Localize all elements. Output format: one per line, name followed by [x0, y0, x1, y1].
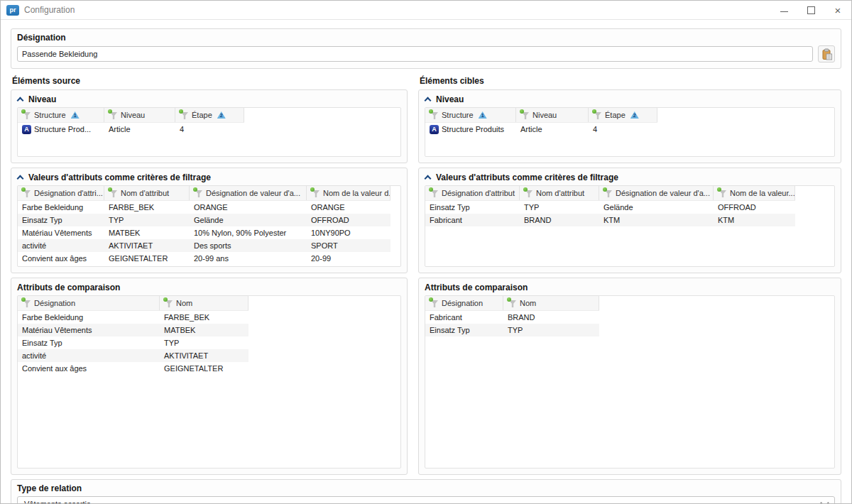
column-header[interactable]: Étape2	[589, 108, 657, 122]
filter-icon[interactable]	[180, 111, 189, 119]
filter-icon[interactable]	[109, 111, 118, 119]
filter-icon[interactable]	[109, 189, 118, 197]
table-cell: Einsatz Typ	[425, 324, 503, 336]
filter-icon[interactable]	[430, 189, 439, 197]
column-label: Désignation d'attri...	[34, 189, 103, 197]
filter-icon[interactable]	[22, 299, 31, 307]
table-row[interactable]: Farbe BekleidungFARBE_BEKORANGEORANGE	[18, 201, 390, 214]
column-header[interactable]: Structure1	[18, 108, 104, 122]
sort-ascending-icon: 1	[479, 111, 487, 119]
column-header[interactable]: Niveau	[104, 108, 175, 122]
column-label: Désignation	[34, 299, 75, 307]
table-row[interactable]: Einsatz TypTYPGeländeOFFROAD	[18, 214, 390, 226]
column-header[interactable]: Nom	[160, 296, 248, 310]
column-header[interactable]: Niveau	[516, 108, 589, 122]
collapse-icon	[425, 174, 432, 180]
column-label: Structure	[34, 111, 66, 119]
source-filter-table: Désignation d'attri...Nom d'attributDési…	[17, 185, 401, 267]
filter-icon[interactable]	[430, 299, 439, 307]
column-label: Désignation de valeur d'a...	[206, 189, 300, 197]
column-header[interactable]: Nom de la valeur...	[714, 186, 795, 200]
filter-icon[interactable]	[520, 111, 530, 119]
column-header[interactable]: Désignation de valeur d'a...	[599, 186, 714, 200]
window-controls: ×	[770, 1, 851, 19]
source-niveau-header[interactable]: Niveau	[11, 90, 407, 107]
close-icon: ×	[835, 5, 841, 16]
table-row[interactable]: AStructure ProduitsArticle4	[425, 123, 657, 136]
table-row[interactable]: activitéAKTIVITAET	[18, 349, 248, 362]
filter-icon[interactable]	[718, 189, 727, 197]
filter-icon[interactable]	[604, 189, 613, 197]
target-filter-header[interactable]: Valeurs d'attributs comme critères de fi…	[419, 168, 841, 185]
column-label: Nom	[176, 299, 192, 307]
column-header[interactable]: Désignation d'attribut	[425, 186, 520, 200]
column-label: Niveau	[121, 111, 145, 119]
filter-icon[interactable]	[22, 189, 31, 197]
filter-icon[interactable]	[311, 189, 320, 197]
table-cell: KTM	[714, 214, 795, 226]
target-niveau-header[interactable]: Niveau	[419, 90, 841, 107]
table-row[interactable]: Convient aux âgesGEIGNETALTER20-99 ans20…	[18, 252, 390, 265]
column-header[interactable]: Nom d'attribut	[104, 186, 190, 200]
filter-icon[interactable]	[524, 189, 533, 197]
table-row[interactable]: FabricantBRAND	[425, 311, 599, 324]
filter-icon[interactable]	[194, 189, 203, 197]
collapse-icon	[17, 96, 24, 102]
table-row[interactable]: FabricantBRANDKTMKTM	[425, 214, 795, 226]
table-header-row: DésignationNom	[18, 296, 248, 311]
table-cell: Article	[516, 123, 589, 136]
table-cell: activité	[18, 349, 160, 362]
table-row[interactable]: Farbe BekleidungFARBE_BEK	[18, 311, 248, 324]
column-header[interactable]: Nom	[503, 296, 599, 310]
close-button[interactable]: ×	[824, 1, 851, 19]
source-filter-header[interactable]: Valeurs d'attributs comme critères de fi…	[11, 168, 407, 185]
table-cell: MATBEK	[104, 226, 190, 239]
relation-value: Vêtements assortis	[24, 500, 91, 504]
table-row[interactable]: Convient aux âgesGEIGNETALTER	[18, 362, 248, 375]
table-cell: Fabricant	[425, 214, 520, 226]
table-row[interactable]: activitéAKTIVITAETDes sportsSPORT	[18, 239, 390, 252]
maximize-button[interactable]	[797, 1, 824, 19]
column-header[interactable]: Nom d'attribut	[520, 186, 599, 200]
filter-icon[interactable]	[430, 111, 439, 119]
table-row[interactable]: Einsatz TypTYPGeländeOFFROAD	[425, 201, 795, 214]
table-row[interactable]: AStructure Prod...Article4	[18, 123, 244, 136]
relation-select[interactable]: Vêtements assortis	[17, 496, 835, 504]
minimize-icon	[780, 11, 788, 12]
table-cell: TYP	[160, 336, 248, 349]
table-row[interactable]: Einsatz TypTYP	[18, 336, 248, 349]
source-comparison-header: Attributs de comparaison	[11, 278, 407, 295]
filter-icon[interactable]	[508, 299, 517, 307]
column-header[interactable]: Structure1	[425, 108, 516, 122]
designation-group: Désignation	[11, 28, 841, 69]
minimize-button[interactable]	[770, 1, 797, 19]
column-header[interactable]: Désignation	[18, 296, 160, 310]
filter-icon[interactable]	[22, 111, 31, 119]
paste-button[interactable]	[818, 45, 835, 62]
column-label: Étape	[192, 111, 212, 119]
filter-icon[interactable]	[164, 299, 173, 307]
source-column: Éléments source Niveau Structure1NiveauÉ…	[11, 76, 408, 479]
clipboard-icon	[821, 48, 833, 60]
table-cell: TYP	[520, 201, 599, 214]
column-header[interactable]: Étape2	[175, 108, 244, 122]
column-label: Désignation	[442, 299, 483, 307]
column-header[interactable]: Nom de la valeur d...	[307, 186, 390, 200]
table-cell: 10NY90PO	[307, 226, 390, 239]
column-label: Nom	[520, 299, 536, 307]
table-cell: OFFROAD	[714, 201, 795, 214]
table-row[interactable]: Matériau VêtementsMATBEK10% Nylon, 90% P…	[18, 226, 390, 239]
filter-icon[interactable]	[593, 111, 602, 119]
table-row[interactable]: Einsatz TypTYP	[425, 324, 599, 336]
column-header[interactable]: Désignation d'attri...	[18, 186, 104, 200]
section-title: Niveau	[28, 94, 56, 104]
table-cell: AKTIVITAET	[104, 239, 190, 252]
table-cell: FARBE_BEK	[160, 311, 248, 324]
column-header[interactable]: Désignation	[425, 296, 503, 310]
table-cell: Einsatz Typ	[425, 201, 520, 214]
designation-input[interactable]	[17, 46, 813, 62]
table-row[interactable]: Matériau VêtementsMATBEK	[18, 324, 248, 336]
target-niveau-panel: Niveau Structure1NiveauÉtape2AStructure …	[418, 89, 841, 163]
maximize-icon	[807, 6, 815, 14]
column-header[interactable]: Désignation de valeur d'a...	[190, 186, 307, 200]
